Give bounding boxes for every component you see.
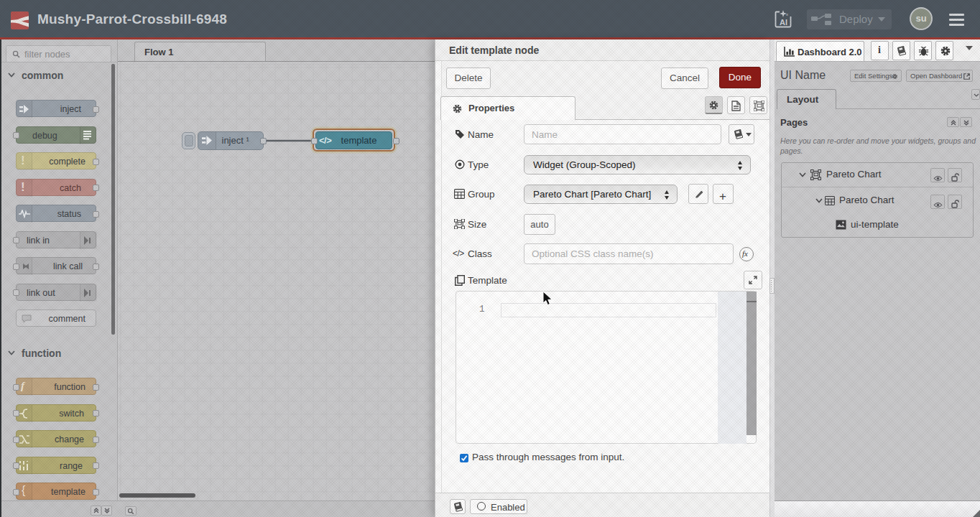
svg-text:AI: AI (780, 18, 787, 27)
svg-text:x: x (786, 12, 788, 17)
